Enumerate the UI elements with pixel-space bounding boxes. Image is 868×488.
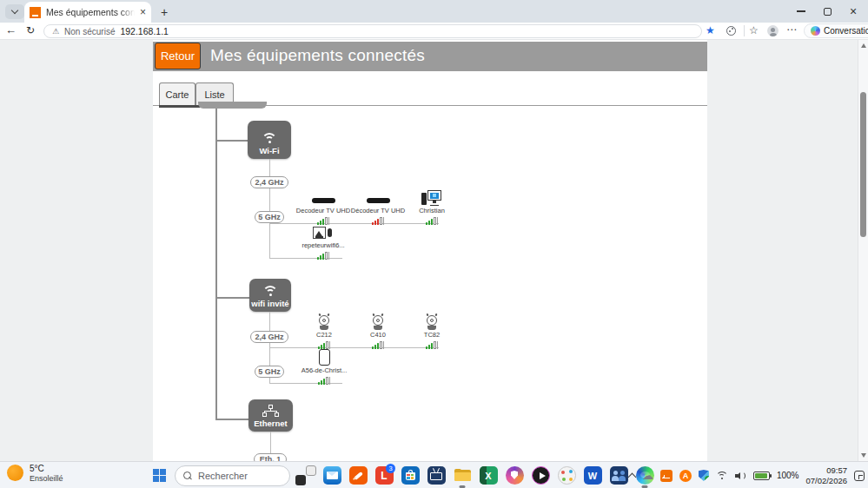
scroll-down-arrow[interactable] (861, 453, 866, 458)
conversation-button[interactable]: Conversation (804, 23, 868, 38)
node-ethernet[interactable]: Ethernet (248, 399, 293, 432)
sun-icon (7, 465, 23, 481)
network-map: Wi-Fi2,4 GHz5 GHzDecodeur TV UHDDécodeur… (0, 40, 868, 461)
signal-strength-icon (426, 340, 438, 349)
weather-temp: 5°C (30, 464, 63, 474)
taskbar-search[interactable]: Rechercher (175, 465, 290, 486)
device-name: Decodeur TV UHD (296, 207, 350, 215)
signal-strength-icon (372, 340, 384, 349)
device-icon-wrap (421, 188, 442, 206)
camera-icon (370, 313, 386, 330)
wifi-icon (261, 133, 278, 144)
copilot-icon (811, 26, 820, 36)
wifi-repeater-icon (313, 226, 334, 241)
taskbar-app-word[interactable]: W (581, 464, 604, 487)
device-repeteurwifi6-[interactable]: repeteurwifi6... (291, 223, 355, 260)
maximize-button[interactable] (812, 0, 842, 23)
volume-icon[interactable] (735, 471, 746, 480)
taskbar-app-explorer[interactable] (451, 464, 474, 487)
device-a56-de-christ-[interactable]: A56-de-Christ... (292, 348, 356, 385)
page-area: Retour Mes équipements connectés Carte L… (0, 40, 868, 461)
back-icon[interactable]: ← (5, 23, 17, 36)
notification-badge: 3 (386, 464, 395, 473)
taskbar-app-mail[interactable] (321, 464, 343, 487)
settop-box-icon (312, 198, 335, 203)
taskbar: 5°C Ensoleillé Rechercher L3XW ☁ A ✓ 100… (0, 461, 868, 488)
onedrive-cloud-icon[interactable]: ☁ (642, 470, 653, 481)
node-wifi-invite[interactable]: wifi invité (249, 279, 291, 312)
weather-text: 5°C Ensoleillé (30, 464, 63, 483)
browser-menu-icon[interactable]: ⋯ (786, 23, 798, 36)
minimize-button[interactable] (786, 0, 816, 23)
branch-line-wifi-invite (215, 297, 249, 299)
device-icon-wrap (319, 348, 330, 366)
smartphone-icon (319, 349, 330, 366)
browser-tab-bar: Mes équipements connectés - Live × + × (0, 0, 868, 23)
taskbar-center: Rechercher L3XW (148, 464, 656, 487)
taskbar-app-task-view[interactable] (295, 464, 317, 487)
bookmark-star-icon[interactable]: ★ (706, 24, 715, 36)
band-pill-wifi-1: 5 GHz (255, 211, 284, 223)
wifi-tray-icon[interactable] (716, 472, 728, 480)
scroll-up-arrow[interactable] (861, 43, 866, 48)
taskbar-app-paint[interactable] (555, 464, 578, 487)
spine-line-ethernet (270, 432, 271, 453)
tab-close-icon[interactable]: × (140, 7, 146, 17)
tray-chevron-up-icon[interactable] (629, 472, 635, 480)
device-icon-wrap (313, 223, 334, 241)
signal-strength-icon (318, 376, 330, 385)
taskbar-clock[interactable]: 09:57 07/02/2026 (805, 465, 847, 485)
windows-security-icon[interactable]: ✓ (699, 470, 709, 481)
profile-avatar[interactable] (767, 25, 779, 36)
battery-icon[interactable] (753, 472, 770, 480)
device-icon-wrap (312, 188, 335, 206)
signal-strength-icon (317, 251, 329, 260)
taskbar-app-excel[interactable]: X (477, 464, 500, 487)
screen: Mes équipements connectés - Live × + × ←… (0, 0, 868, 488)
device-name: C410 (370, 331, 386, 340)
chevron-down-icon (11, 7, 18, 14)
not-secure-warning-icon: ⚠ (52, 28, 59, 36)
root-node-partial (198, 102, 267, 109)
clock-time: 09:57 (826, 465, 847, 475)
favorites-hub-icon[interactable]: ☆ (749, 24, 759, 36)
extensions-icon[interactable] (726, 26, 736, 36)
taskbar-apps: L3XW (295, 464, 656, 487)
device-name: Christian (419, 207, 445, 215)
scrollbar-thumb[interactable] (860, 92, 866, 237)
weather-widget[interactable]: 5°C Ensoleillé (7, 464, 63, 483)
address-bar[interactable]: ⚠ Non sécurisé 192.168.1.1 (43, 24, 702, 38)
notification-center-icon[interactable] (854, 471, 865, 481)
tree-trunk-line (215, 109, 217, 419)
new-tab-button[interactable]: + (156, 4, 172, 20)
band-pill-wifi-0: 2,4 GHz (250, 176, 288, 188)
system-tray: ☁ A ✓ 100% 09:57 07/02/2026 (629, 462, 865, 488)
camera-icon (424, 313, 440, 330)
taskbar-app-rocket[interactable] (347, 464, 369, 487)
taskbar-app-people[interactable] (607, 464, 630, 487)
page-scrollbar[interactable] (858, 40, 868, 461)
antivirus-tray-icon[interactable]: A (679, 470, 692, 482)
node-wifi[interactable]: Wi-Fi (248, 121, 291, 159)
refresh-icon[interactable]: ↻ (26, 24, 35, 36)
browser-toolbar: ← ↻ ⚠ Non sécurisé 192.168.1.1 ★ ☆ ⋯ Con… (0, 23, 868, 40)
band-pill-ethernet-0: Eth. 1 (254, 453, 287, 461)
taskbar-app-l-app[interactable]: L3 (373, 464, 395, 487)
browser-tab[interactable]: Mes équipements connectés - Live × (24, 2, 151, 23)
signal-strength-icon (372, 216, 384, 225)
device-tc82[interactable]: TC82 (400, 313, 464, 349)
tab-search-button[interactable] (5, 4, 24, 19)
tab-title: Mes équipements connectés - Live (46, 7, 135, 17)
branch-line-wifi (215, 140, 248, 142)
orange-tray-app-icon[interactable] (660, 470, 673, 482)
close-window-button[interactable]: × (838, 0, 868, 23)
device-icon-wrap (424, 313, 440, 330)
taskbar-app-tv[interactable] (425, 464, 447, 487)
battery-percent: 100% (777, 471, 799, 480)
device-christian[interactable]: Christian (400, 188, 464, 225)
taskbar-app-shield[interactable] (503, 464, 526, 487)
minimize-icon (797, 10, 805, 11)
taskbar-app-player[interactable] (529, 464, 552, 487)
start-button[interactable] (148, 465, 170, 487)
taskbar-app-store[interactable] (399, 464, 421, 487)
